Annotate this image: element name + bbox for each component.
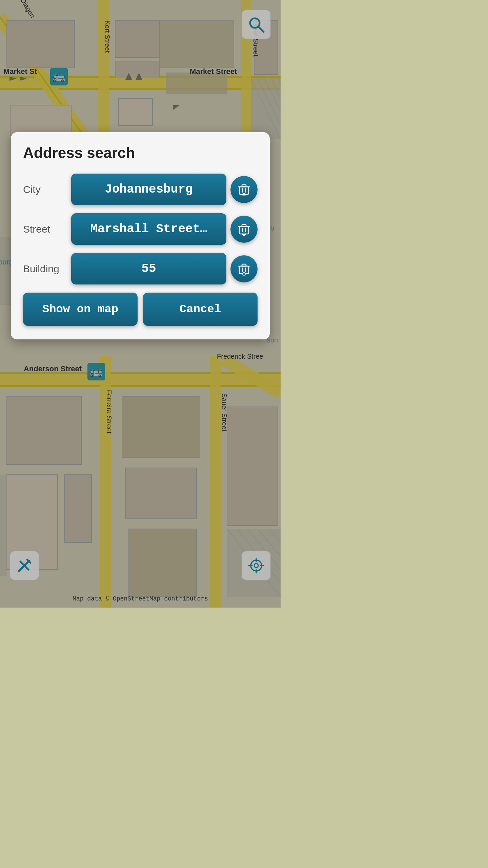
city-delete-button[interactable] xyxy=(230,176,258,203)
action-buttons-row: Show on map Cancel xyxy=(23,293,258,326)
trash-icon xyxy=(237,222,251,237)
city-field-button[interactable]: Johannesburg xyxy=(71,174,226,205)
street-delete-button[interactable] xyxy=(230,216,258,243)
street-label: Street xyxy=(23,223,67,235)
svg-rect-79 xyxy=(242,224,246,226)
trash-icon xyxy=(237,182,251,197)
city-row: City Johannesburg xyxy=(23,174,258,205)
dialog-title: Address search xyxy=(23,144,258,161)
street-field-button[interactable]: Marshall Street… xyxy=(71,213,226,245)
svg-rect-88 xyxy=(242,264,246,266)
show-on-map-button[interactable]: Show on map xyxy=(23,293,138,326)
building-label: Building xyxy=(23,263,67,275)
street-row: Street Marshall Street… xyxy=(23,213,258,245)
building-delete-button[interactable] xyxy=(230,255,258,282)
city-label: City xyxy=(23,184,67,195)
trash-icon xyxy=(237,261,251,276)
address-search-dialog: Address search City Johannesburg Street … xyxy=(11,132,270,339)
building-field-button[interactable]: 55 xyxy=(71,253,226,284)
building-row: Building 55 xyxy=(23,253,258,284)
svg-rect-70 xyxy=(242,185,246,187)
cancel-button[interactable]: Cancel xyxy=(143,293,258,326)
